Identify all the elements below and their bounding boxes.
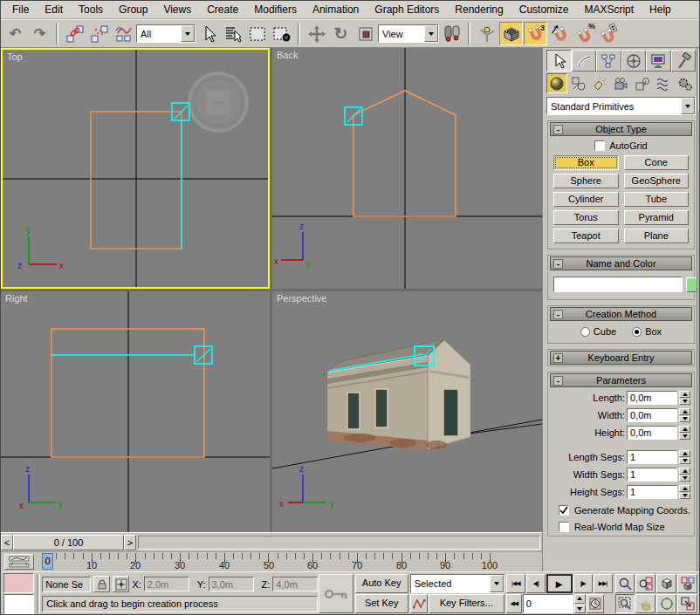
viewport-back[interactable]: Back z x y: [272, 48, 542, 289]
zoom-extents-button[interactable]: [656, 574, 676, 593]
select-and-link-button[interactable]: [63, 22, 86, 45]
shapes-category-button[interactable]: [567, 73, 588, 93]
track-bar[interactable]: 0 10 20 30 40 50 60 70 80 90 100: [1, 551, 542, 571]
zoom-all-button[interactable]: [635, 574, 655, 593]
pyramid-button[interactable]: Pyramid: [624, 210, 690, 225]
collapse-icon[interactable]: -: [553, 376, 563, 386]
parameters-rollout-header[interactable]: -Parameters: [550, 373, 692, 387]
menu-animation[interactable]: Animation: [305, 2, 367, 17]
collapse-icon[interactable]: -: [553, 259, 563, 269]
menu-maxscript[interactable]: MAXScript: [576, 2, 642, 17]
viewport-right[interactable]: Right z y x: [1, 291, 270, 532]
key-filter-set-dropdown[interactable]: Selected: [410, 574, 504, 593]
x-coordinate-field[interactable]: [144, 577, 189, 591]
autogrid-checkbox[interactable]: [594, 140, 605, 151]
previous-frame-button[interactable]: ◀||: [526, 574, 546, 593]
collapse-icon[interactable]: -: [553, 310, 563, 319]
menu-rendering[interactable]: Rendering: [447, 2, 511, 17]
dropdown-arrow-icon[interactable]: [181, 25, 195, 42]
select-by-name-button[interactable]: [221, 22, 244, 45]
go-to-start-button[interactable]: |◀◀: [506, 574, 525, 593]
set-keys-button[interactable]: [319, 574, 353, 613]
menu-modifiers[interactable]: Modifiers: [246, 2, 305, 17]
selection-lock-button[interactable]: [93, 576, 110, 592]
time-slider-track[interactable]: [138, 536, 540, 550]
expand-icon[interactable]: +: [553, 353, 563, 363]
window-crossing-button[interactable]: [270, 22, 293, 45]
object-name-input[interactable]: [553, 277, 683, 292]
space-warps-category-button[interactable]: [653, 73, 674, 93]
length-field[interactable]: [627, 391, 677, 405]
tab-display[interactable]: [646, 50, 671, 72]
time-configuration-button[interactable]: [587, 594, 604, 613]
teapot-button[interactable]: Teapot: [553, 229, 619, 243]
menu-file[interactable]: File: [4, 2, 37, 17]
key-filters-button[interactable]: Key Filters...: [429, 594, 504, 613]
length-segs-spinner[interactable]: [679, 450, 690, 464]
set-key-button[interactable]: Set Key: [355, 594, 408, 613]
geosphere-button[interactable]: GeoSphere: [624, 174, 690, 188]
frame-spinner[interactable]: [574, 594, 586, 613]
reference-coordinate-dropdown[interactable]: View: [378, 24, 439, 43]
dropdown-arrow-icon[interactable]: [424, 25, 438, 42]
menu-tools[interactable]: Tools: [71, 2, 111, 17]
undo-button[interactable]: ↶: [3, 22, 27, 45]
key-mode-toggle-button[interactable]: ◀◀: [506, 594, 522, 613]
name-color-rollout-header[interactable]: -Name and Color: [550, 256, 692, 270]
mini-curve-editor-button[interactable]: [4, 554, 34, 570]
cameras-category-button[interactable]: [610, 73, 631, 93]
rectangular-selection-region-button[interactable]: [245, 22, 269, 45]
bind-to-space-warp-button[interactable]: [112, 22, 135, 45]
width-segs-field[interactable]: [627, 468, 677, 482]
sphere-button[interactable]: Sphere: [553, 174, 619, 188]
percent-snap-button[interactable]: %: [573, 22, 596, 45]
primitive-category-dropdown[interactable]: Standard Primitives: [546, 97, 696, 115]
z-coordinate-field[interactable]: [272, 577, 318, 591]
width-field[interactable]: [627, 408, 677, 422]
keyboard-entry-rollout-header[interactable]: +Keyboard Entry: [550, 351, 692, 365]
absolute-mode-button[interactable]: [113, 576, 129, 592]
pan-button[interactable]: [635, 594, 655, 613]
select-and-move-button[interactable]: [305, 22, 328, 45]
height-segs-spinner[interactable]: [679, 485, 690, 499]
box-radio[interactable]: [632, 327, 642, 337]
viewport-label[interactable]: Right: [5, 293, 28, 304]
helpers-category-button[interactable]: [632, 73, 653, 93]
lights-category-button[interactable]: [589, 73, 610, 93]
object-type-rollout-header[interactable]: -Object Type: [550, 122, 692, 136]
menu-customize[interactable]: Customize: [511, 2, 577, 17]
listener-line[interactable]: [3, 594, 34, 614]
spinner-snap-button[interactable]: [597, 22, 621, 45]
statusbar-splitter[interactable]: [37, 574, 40, 613]
torus-button[interactable]: Torus: [553, 210, 619, 225]
viewport-perspective[interactable]: Perspective: [272, 291, 542, 532]
length-segs-field[interactable]: [627, 450, 677, 464]
real-world-map-checkbox[interactable]: [559, 522, 569, 532]
tab-hierarchy[interactable]: [596, 50, 621, 72]
redo-button[interactable]: ↷: [28, 22, 51, 45]
current-frame-field[interactable]: [523, 594, 573, 613]
viewport-top[interactable]: Top TOP: [1, 48, 270, 289]
min-max-toggle-button[interactable]: [677, 594, 697, 613]
height-segs-field[interactable]: [627, 485, 677, 499]
plane-button[interactable]: Plane: [624, 229, 690, 243]
arc-rotate-button[interactable]: [656, 594, 676, 613]
select-and-scale-button[interactable]: [353, 22, 377, 45]
collapse-icon[interactable]: -: [553, 125, 563, 134]
menu-views[interactable]: Views: [155, 2, 199, 17]
menu-create[interactable]: Create: [199, 2, 246, 17]
height-spinner[interactable]: [679, 426, 690, 440]
width-spinner[interactable]: [679, 408, 690, 422]
cylinder-button[interactable]: Cylinder: [553, 192, 619, 207]
tab-utilities[interactable]: [671, 50, 697, 72]
tab-create[interactable]: [546, 50, 572, 72]
time-slider-prev-button[interactable]: <: [1, 535, 13, 550]
zoom-button[interactable]: [615, 574, 635, 593]
default-tangent-button[interactable]: [410, 594, 428, 613]
region-zoom-button[interactable]: [615, 594, 635, 613]
select-and-rotate-button[interactable]: ↻: [329, 22, 353, 45]
geometry-category-button[interactable]: [546, 73, 567, 93]
zoom-extents-all-button[interactable]: [677, 574, 697, 593]
height-field[interactable]: [627, 426, 677, 440]
menu-graph-editors[interactable]: Graph Editors: [367, 2, 447, 17]
